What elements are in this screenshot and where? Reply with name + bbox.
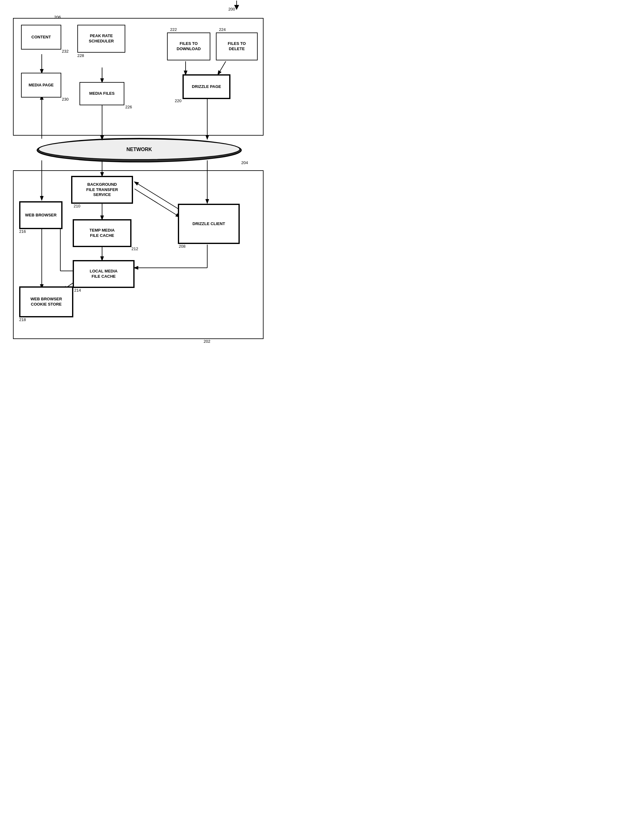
ref-230: 230 xyxy=(62,97,69,101)
content-box: CONTENT xyxy=(21,25,61,49)
drizzle-client-box: DRIZZLE CLIENT xyxy=(178,204,240,244)
peak-rate-scheduler-label: PEAK RATESCHEDULER xyxy=(89,34,114,44)
ref-232: 232 xyxy=(62,49,69,54)
temp-media-file-cache-label: TEMP MEDIAFILE CACHE xyxy=(89,228,115,238)
svg-text:204: 204 xyxy=(241,160,248,165)
ref-210: 210 xyxy=(74,204,80,208)
drizzle-page-box: DRIZZLE PAGE xyxy=(182,74,230,99)
ref-220: 220 xyxy=(175,98,182,103)
content-label: CONTENT xyxy=(32,35,51,40)
svg-point-1 xyxy=(39,139,240,160)
files-to-download-box: FILES TODOWNLOAD xyxy=(167,32,210,60)
drizzle-client-label: DRIZZLE CLIENT xyxy=(192,221,225,227)
arrow-200 xyxy=(232,1,241,10)
ref-228: 228 xyxy=(77,53,84,58)
peak-rate-scheduler-box: PEAK RATESCHEDULER xyxy=(77,25,125,53)
files-to-download-label: FILES TODOWNLOAD xyxy=(176,41,201,52)
local-media-file-cache-box: LOCAL MEDIAFILE CACHE xyxy=(73,260,135,288)
svg-point-0 xyxy=(37,138,241,162)
local-media-file-cache-label: LOCAL MEDIAFILE CACHE xyxy=(90,269,118,279)
media-files-label: MEDIA FILES xyxy=(89,91,115,96)
svg-text:NETWORK: NETWORK xyxy=(127,147,152,152)
ref-202: 202 xyxy=(204,339,210,344)
ref-216: 216 xyxy=(19,229,26,234)
ref-212: 212 xyxy=(132,246,138,251)
media-files-box: MEDIA FILES xyxy=(80,82,124,105)
background-file-transfer-box: BACKGROUNDFILE TRANSFERSERVICE xyxy=(71,176,133,204)
ref-208: 208 xyxy=(179,244,186,249)
diagram-container: 200 206 202 NETWORK 204 xyxy=(6,6,272,347)
web-browser-cookie-store-label: WEB BROWSERCOOKIE STORE xyxy=(31,297,62,307)
files-to-delete-box: FILES TODELETE xyxy=(216,32,258,60)
media-page-label: MEDIA PAGE xyxy=(29,83,54,88)
background-file-transfer-label: BACKGROUNDFILE TRANSFERSERVICE xyxy=(86,182,118,198)
ref-214: 214 xyxy=(74,288,81,292)
ref-218: 218 xyxy=(19,317,26,322)
media-page-box: MEDIA PAGE xyxy=(21,73,61,97)
temp-media-file-cache-box: TEMP MEDIAFILE CACHE xyxy=(73,219,132,247)
web-browser-label: WEB BROWSER xyxy=(25,213,57,218)
web-browser-cookie-store-box: WEB BROWSERCOOKIE STORE xyxy=(19,286,73,317)
ref-226: 226 xyxy=(125,105,132,109)
files-to-delete-label: FILES TODELETE xyxy=(228,41,245,52)
web-browser-box: WEB BROWSER xyxy=(19,201,63,229)
drizzle-page-label: DRIZZLE PAGE xyxy=(192,84,221,89)
ref-224: 224 xyxy=(219,27,226,32)
ref-222: 222 xyxy=(170,27,177,32)
